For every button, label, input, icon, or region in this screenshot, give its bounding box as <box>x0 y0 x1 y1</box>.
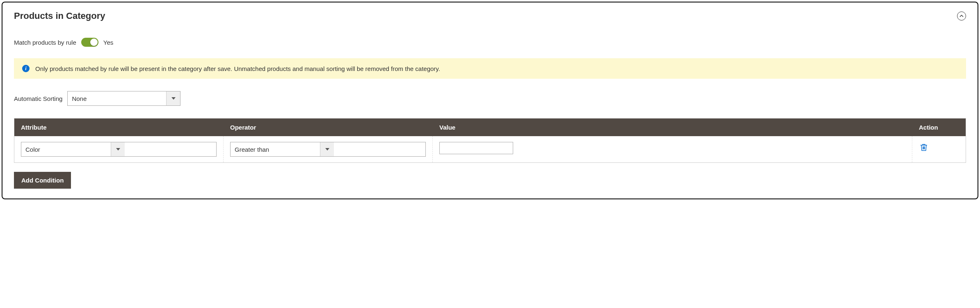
info-text: Only products matched by rule will be pr… <box>35 65 440 72</box>
collapse-button[interactable] <box>957 11 966 21</box>
header-operator: Operator <box>224 119 433 136</box>
cell-value <box>433 136 912 162</box>
table-header-row: Attribute Operator Value Action <box>14 119 966 136</box>
value-input[interactable] <box>439 142 513 154</box>
header-value: Value <box>433 119 912 136</box>
conditions-table: Attribute Operator Value Action Color Gr… <box>14 118 966 163</box>
table-row: Color Greater than <box>14 136 966 162</box>
toggle-knob <box>90 39 98 46</box>
info-banner: i Only products matched by rule will be … <box>14 58 966 79</box>
cell-operator: Greater than <box>224 136 433 162</box>
attribute-value: Color <box>21 142 111 156</box>
match-by-rule-toggle[interactable] <box>81 38 98 47</box>
add-condition-button[interactable]: Add Condition <box>14 172 71 189</box>
products-in-category-panel: Products in Category Match products by r… <box>2 2 978 199</box>
match-by-rule-row: Match products by rule Yes <box>14 38 966 47</box>
header-action: Action <box>912 119 966 136</box>
header-attribute: Attribute <box>14 119 224 136</box>
cell-action <box>912 136 966 162</box>
info-icon: i <box>22 65 30 72</box>
automatic-sorting-label: Automatic Sorting <box>14 95 62 102</box>
panel-header: Products in Category <box>14 11 966 21</box>
panel-title: Products in Category <box>14 11 105 21</box>
operator-select[interactable]: Greater than <box>230 142 426 157</box>
chevron-down-icon <box>320 142 334 156</box>
chevron-down-icon <box>111 142 125 156</box>
match-by-rule-label: Match products by rule <box>14 39 76 46</box>
trash-icon <box>921 144 927 151</box>
automatic-sorting-row: Automatic Sorting None <box>14 91 966 106</box>
attribute-select[interactable]: Color <box>21 142 217 157</box>
delete-condition-button[interactable] <box>919 142 929 154</box>
operator-value: Greater than <box>231 142 320 156</box>
automatic-sorting-select[interactable]: None <box>67 91 180 106</box>
chevron-up-icon <box>959 14 964 18</box>
match-by-rule-value: Yes <box>103 39 113 46</box>
automatic-sorting-value: None <box>68 91 166 105</box>
chevron-down-icon <box>166 91 180 105</box>
cell-attribute: Color <box>14 136 224 162</box>
